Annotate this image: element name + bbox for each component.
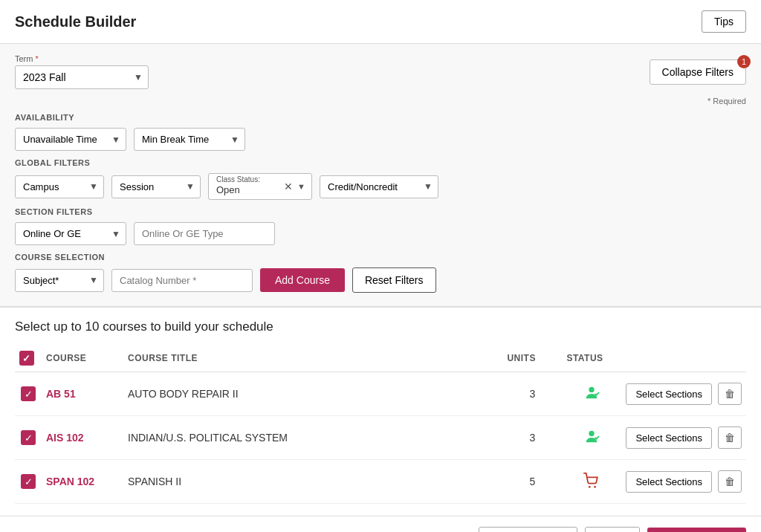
row-checkbox[interactable]: ✓ — [21, 386, 36, 401]
units-cell: 3 — [502, 416, 562, 460]
course-title-cell: SPANISH II — [123, 460, 502, 504]
class-status-label: Class Status: — [216, 175, 260, 184]
units-cell: 3 — [502, 372, 562, 416]
term-group: Term * 2023 Fall ▼ — [15, 54, 149, 89]
svg-point-2 — [589, 485, 591, 487]
unavailable-time-wrapper: Unavailable Time ▼ — [15, 128, 126, 151]
th-course: COURSE — [42, 345, 123, 372]
min-break-time-wrapper: Min Break Time ▼ — [134, 128, 245, 151]
add-course-button[interactable]: Add Course — [260, 268, 345, 292]
term-select[interactable]: 2023 Fall — [15, 65, 149, 89]
class-status-arrow-icon[interactable]: ▼ — [296, 179, 308, 194]
status-cell — [562, 460, 621, 504]
svg-point-3 — [595, 485, 597, 487]
unavailable-time-select[interactable]: Unavailable Time — [15, 128, 126, 151]
campus-wrapper: Campus ▼ — [15, 175, 104, 198]
subject-select[interactable]: Subject* — [15, 269, 104, 292]
online-or-ge-wrapper: Online Or GE ▼ — [15, 222, 126, 245]
status-open-icon — [583, 429, 600, 445]
course-title-cell: AUTO BODY REPAIR II — [123, 372, 502, 416]
delete-row-button[interactable]: 🗑 — [718, 470, 742, 493]
select-sections-button[interactable]: Select Sections — [626, 471, 712, 493]
credit-noncredit-select[interactable]: Credit/Noncredit — [320, 175, 438, 198]
collapse-filters-button[interactable]: Collapse Filters — [650, 59, 746, 85]
row-checkbox-cell: ✓ — [15, 372, 42, 416]
actions-cell: Select Sections 🗑 — [621, 460, 746, 504]
th-actions — [621, 345, 746, 372]
course-code-cell: SPAN 102 — [42, 460, 123, 504]
course-list-heading: Select up to 10 courses to build your sc… — [15, 319, 746, 334]
catalog-number-input[interactable] — [111, 269, 253, 292]
units-cell: 5 — [502, 460, 562, 504]
svg-point-1 — [589, 430, 595, 435]
row-checkbox-cell: ✓ — [15, 460, 42, 504]
course-selection-section-label: COURSE SELECTION — [15, 253, 746, 262]
course-list-area: Select up to 10 courses to build your sc… — [0, 308, 761, 516]
class-status-clear-button[interactable]: ✕ — [281, 178, 296, 195]
section-filters-row: Online Or GE ▼ — [15, 222, 746, 245]
save-button[interactable]: Save — [585, 527, 640, 532]
course-link[interactable]: SPAN 102 — [46, 476, 94, 487]
availability-filter-row: Unavailable Time ▼ Min Break Time ▼ — [15, 128, 746, 151]
build-schedule-button[interactable]: Build Schedule — [647, 528, 746, 532]
actions-group: Select Sections 🗑 — [626, 470, 742, 493]
campus-select[interactable]: Campus — [15, 175, 104, 198]
delete-row-button[interactable]: 🗑 — [718, 426, 742, 449]
session-wrapper: Session ▼ — [111, 175, 201, 198]
th-title: COURSE TITLE — [123, 345, 502, 372]
actions-group: Select Sections 🗑 — [626, 383, 742, 405]
course-table: ✓ COURSE COURSE TITLE UNITS STATUS ✓ AB … — [15, 345, 746, 504]
row-checkbox[interactable]: ✓ — [21, 430, 36, 445]
online-or-ge-type-input[interactable] — [134, 222, 275, 245]
course-link[interactable]: AIS 102 — [46, 432, 84, 444]
credit-noncredit-wrapper: Credit/Noncredit ▼ — [320, 175, 438, 198]
row-checkbox[interactable]: ✓ — [21, 474, 36, 489]
global-filters-row: Campus ▼ Session ▼ Class Status: Open ✕ … — [15, 173, 746, 200]
class-status-wrapper: Class Status: Open ✕ ▼ — [208, 173, 312, 200]
footer-actions: Delete Selected Save Build Schedule — [479, 527, 746, 532]
term-label: Term * — [15, 54, 149, 63]
th-status: STATUS — [562, 345, 621, 372]
select-all-checkbox[interactable]: ✓ — [19, 351, 34, 366]
course-title-cell: INDIAN/U.S. POLITICAL SYSTEM — [123, 416, 502, 460]
required-note: * Required — [15, 97, 746, 106]
term-row: Term * 2023 Fall ▼ Collapse Filters 1 — [15, 54, 746, 89]
availability-section-label: AVAILABILITY — [15, 113, 746, 122]
global-filters-section-label: GLOBAL FILTERS — [15, 158, 746, 167]
course-link[interactable]: AB 51 — [46, 388, 76, 400]
table-row: ✓ SPAN 102 SPANISH II 5 Select Sections … — [15, 460, 746, 504]
tips-button[interactable]: Tips — [702, 10, 746, 33]
delete-selected-button[interactable]: Delete Selected — [479, 527, 577, 532]
th-check: ✓ — [15, 345, 42, 372]
th-units: UNITS — [502, 345, 562, 372]
footer: Total: 11 units Delete Selected Save Bui… — [0, 516, 761, 532]
actions-group: Select Sections 🗑 — [626, 426, 742, 449]
header: Schedule Builder Tips — [0, 0, 761, 44]
delete-row-button[interactable]: 🗑 — [718, 383, 742, 405]
course-selection-row: Subject* ▼ Add Course Reset Filters — [15, 267, 746, 293]
course-code-cell: AB 51 — [42, 372, 123, 416]
reset-filters-button[interactable]: Reset Filters — [352, 267, 436, 293]
session-select[interactable]: Session — [111, 175, 201, 198]
page-title: Schedule Builder — [15, 13, 136, 30]
online-or-ge-select[interactable]: Online Or GE — [15, 222, 126, 245]
status-cell — [562, 416, 621, 460]
collapse-filters-wrapper: Collapse Filters 1 — [650, 59, 746, 85]
subject-wrapper: Subject* ▼ — [15, 269, 104, 292]
table-header-row: ✓ COURSE COURSE TITLE UNITS STATUS — [15, 345, 746, 372]
svg-point-0 — [589, 386, 595, 392]
status-cell — [562, 372, 621, 416]
status-waitlist-icon — [583, 473, 600, 489]
section-filters-section-label: SECTION FILTERS — [15, 207, 746, 216]
select-sections-button[interactable]: Select Sections — [626, 427, 712, 449]
row-checkbox-cell: ✓ — [15, 416, 42, 460]
min-break-time-select[interactable]: Min Break Time — [134, 128, 245, 151]
table-row: ✓ AIS 102 INDIAN/U.S. POLITICAL SYSTEM 3… — [15, 416, 746, 460]
table-row: ✓ AB 51 AUTO BODY REPAIR II 3 Select Sec… — [15, 372, 746, 416]
collapse-filters-badge: 1 — [737, 55, 751, 68]
select-sections-button[interactable]: Select Sections — [626, 383, 712, 405]
filters-area: Term * 2023 Fall ▼ Collapse Filters 1 * … — [0, 44, 761, 308]
actions-cell: Select Sections 🗑 — [621, 372, 746, 416]
actions-cell: Select Sections 🗑 — [621, 416, 746, 460]
term-select-wrapper: 2023 Fall ▼ — [15, 65, 149, 89]
